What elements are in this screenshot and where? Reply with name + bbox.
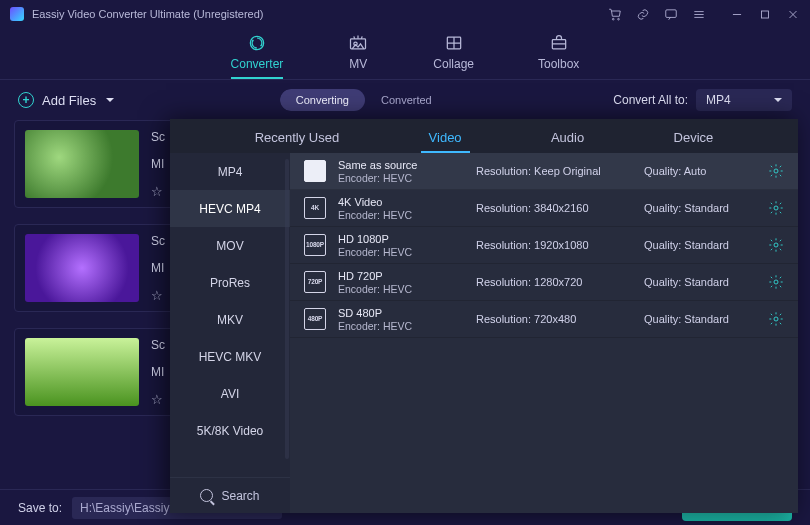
toolbox-icon bbox=[548, 33, 570, 53]
video-thumbnail bbox=[25, 130, 139, 198]
gear-icon[interactable] bbox=[768, 237, 784, 253]
preset-encoder: Encoder: HEVC bbox=[338, 172, 464, 184]
preset-resolution: Resolution: 3840x2160 bbox=[476, 202, 632, 214]
svg-point-0 bbox=[612, 18, 614, 20]
file-misc-fragment: MI bbox=[151, 261, 165, 275]
cart-icon[interactable] bbox=[608, 7, 622, 21]
preset-title: HD 1080P bbox=[338, 233, 464, 245]
preset-quality: Quality: Auto bbox=[644, 165, 756, 177]
preset-row-same-as-source[interactable]: Same as source Encoder: HEVC Resolution:… bbox=[290, 153, 798, 190]
titlebar-actions bbox=[608, 7, 706, 21]
nav-mv[interactable]: MV bbox=[347, 33, 369, 79]
format-item-hevc-mp4[interactable]: HEVC MP4 bbox=[170, 190, 290, 227]
nav-label: Collage bbox=[433, 57, 474, 71]
gear-icon[interactable] bbox=[768, 200, 784, 216]
app-logo-icon bbox=[10, 7, 24, 21]
preset-title: Same as source bbox=[338, 159, 464, 171]
video-thumbnail bbox=[25, 338, 139, 406]
nav-converter[interactable]: Converter bbox=[231, 33, 284, 79]
titlebar: Eassiy Video Converter Ultimate (Unregis… bbox=[0, 0, 810, 28]
converter-icon bbox=[246, 33, 268, 53]
feedback-icon[interactable] bbox=[664, 7, 678, 21]
svg-rect-2 bbox=[666, 9, 677, 17]
svg-point-13 bbox=[774, 317, 778, 321]
search-icon bbox=[200, 489, 213, 502]
preset-encoder: Encoder: HEVC bbox=[338, 246, 464, 258]
file-name-fragment: Sc bbox=[151, 338, 165, 352]
preset-resolution: Resolution: 1920x1080 bbox=[476, 239, 632, 251]
svg-point-10 bbox=[774, 206, 778, 210]
status-toggle: Converting Converted bbox=[280, 89, 448, 111]
gear-icon[interactable] bbox=[768, 274, 784, 290]
nav-label: Converter bbox=[231, 57, 284, 71]
star-icon[interactable]: ☆ bbox=[151, 184, 165, 199]
format-item-avi[interactable]: AVI bbox=[170, 375, 290, 412]
convert-all-label: Convert All to: bbox=[613, 93, 688, 107]
preset-quality: Quality: Standard bbox=[644, 313, 756, 325]
preset-row-1080p[interactable]: 1080P HD 1080P Encoder: HEVC Resolution:… bbox=[290, 227, 798, 264]
preset-badge-icon: 4K bbox=[304, 197, 326, 219]
tab-recently-used[interactable]: Recently Used bbox=[247, 124, 348, 153]
convert-all-value: MP4 bbox=[706, 93, 731, 107]
link-icon[interactable] bbox=[636, 7, 650, 21]
convert-all-dropdown[interactable]: MP4 bbox=[696, 89, 792, 111]
save-to-label: Save to: bbox=[18, 501, 62, 515]
main-nav: Converter MV Collage Toolbox bbox=[0, 28, 810, 80]
preset-encoder: Encoder: HEVC bbox=[338, 209, 464, 221]
svg-point-12 bbox=[774, 280, 778, 284]
format-search-button[interactable]: Search bbox=[170, 477, 290, 513]
preset-badge-icon bbox=[304, 160, 326, 182]
svg-rect-3 bbox=[762, 11, 769, 18]
preset-resolution: Resolution: 1280x720 bbox=[476, 276, 632, 288]
toggle-converting[interactable]: Converting bbox=[280, 89, 365, 111]
format-category-tabs: Recently Used Video Audio Device bbox=[170, 119, 798, 153]
preset-badge-icon: 1080P bbox=[304, 234, 326, 256]
chevron-down-icon bbox=[774, 98, 782, 102]
search-label: Search bbox=[221, 489, 259, 503]
toggle-converted[interactable]: Converted bbox=[365, 89, 448, 111]
tab-audio[interactable]: Audio bbox=[543, 124, 592, 153]
window-title: Eassiy Video Converter Ultimate (Unregis… bbox=[32, 8, 608, 20]
file-misc-fragment: MI bbox=[151, 157, 165, 171]
preset-row-720p[interactable]: 720P HD 720P Encoder: HEVC Resolution: 1… bbox=[290, 264, 798, 301]
close-icon[interactable] bbox=[786, 7, 800, 21]
format-item-5k8k[interactable]: 5K/8K Video bbox=[170, 412, 290, 449]
preset-title: 4K Video bbox=[338, 196, 464, 208]
preset-quality: Quality: Standard bbox=[644, 239, 756, 251]
file-name-fragment: Sc bbox=[151, 234, 165, 248]
star-icon[interactable]: ☆ bbox=[151, 392, 165, 407]
preset-title: HD 720P bbox=[338, 270, 464, 282]
preset-resolution: Resolution: 720x480 bbox=[476, 313, 632, 325]
video-thumbnail bbox=[25, 234, 139, 302]
nav-toolbox[interactable]: Toolbox bbox=[538, 33, 579, 79]
gear-icon[interactable] bbox=[768, 311, 784, 327]
format-item-hevc-mkv[interactable]: HEVC MKV bbox=[170, 338, 290, 375]
tab-device[interactable]: Device bbox=[666, 124, 722, 153]
format-popup: Recently Used Video Audio Device MP4 HEV… bbox=[170, 119, 798, 513]
add-files-label: Add Files bbox=[42, 93, 96, 108]
maximize-icon[interactable] bbox=[758, 7, 772, 21]
nav-collage[interactable]: Collage bbox=[433, 33, 474, 79]
format-item-mp4[interactable]: MP4 bbox=[170, 153, 290, 190]
nav-label: Toolbox bbox=[538, 57, 579, 71]
add-files-button[interactable]: + Add Files bbox=[18, 92, 114, 108]
preset-quality: Quality: Standard bbox=[644, 202, 756, 214]
nav-label: MV bbox=[349, 57, 367, 71]
minimize-icon[interactable] bbox=[730, 7, 744, 21]
chevron-down-icon bbox=[106, 98, 114, 102]
format-item-mov[interactable]: MOV bbox=[170, 227, 290, 264]
tab-video[interactable]: Video bbox=[421, 124, 470, 153]
menu-icon[interactable] bbox=[692, 7, 706, 21]
toolbar: + Add Files Converting Converted Convert… bbox=[0, 80, 810, 120]
preset-list: Same as source Encoder: HEVC Resolution:… bbox=[290, 153, 798, 513]
preset-row-480p[interactable]: 480P SD 480P Encoder: HEVC Resolution: 7… bbox=[290, 301, 798, 338]
star-icon[interactable]: ☆ bbox=[151, 288, 165, 303]
preset-badge-icon: 720P bbox=[304, 271, 326, 293]
format-item-prores[interactable]: ProRes bbox=[170, 264, 290, 301]
preset-encoder: Encoder: HEVC bbox=[338, 320, 464, 332]
preset-row-4k[interactable]: 4K 4K Video Encoder: HEVC Resolution: 38… bbox=[290, 190, 798, 227]
format-item-mkv[interactable]: MKV bbox=[170, 301, 290, 338]
file-misc-fragment: MI bbox=[151, 365, 165, 379]
preset-encoder: Encoder: HEVC bbox=[338, 283, 464, 295]
gear-icon[interactable] bbox=[768, 163, 784, 179]
